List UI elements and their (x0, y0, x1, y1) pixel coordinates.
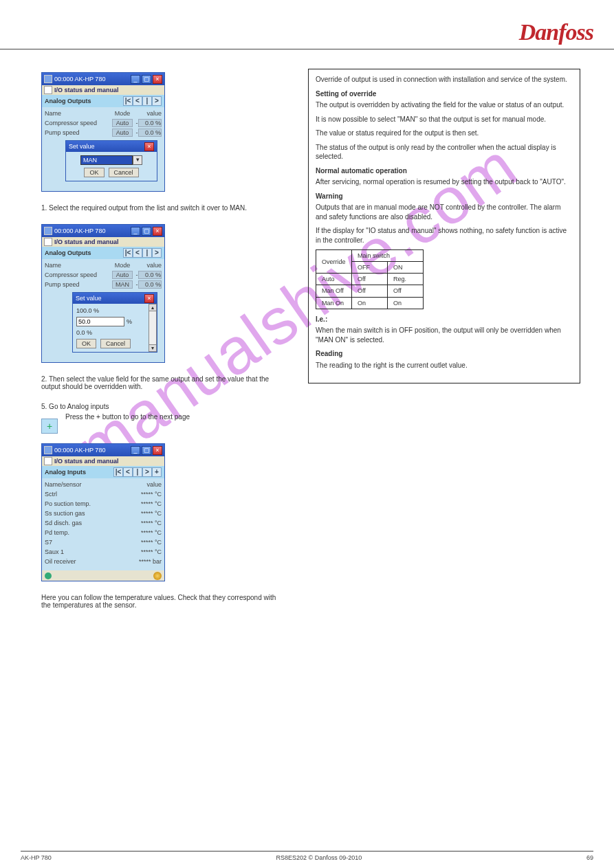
maximize-button[interactable]: ▢ (142, 75, 151, 84)
ok-button[interactable]: OK (84, 168, 104, 177)
row-value[interactable]: 0.0 % (138, 129, 162, 137)
nav-first-button[interactable]: |< (123, 248, 133, 258)
value-scrollbar[interactable]: ▴ ▾ (149, 304, 157, 352)
scroll-down-icon[interactable]: ▾ (149, 344, 157, 352)
status-bar (42, 570, 164, 581)
table-row: Po suction temp.***** °C (45, 499, 162, 509)
lock-icon (44, 457, 52, 465)
row-mode[interactable]: Auto (112, 129, 133, 137)
lock-icon (44, 86, 52, 94)
table-cell: Main switch (352, 250, 424, 262)
caption-3: Here you can follow the temperature valu… (41, 594, 282, 609)
table-cell: ON (388, 262, 424, 274)
table-cell: On (388, 297, 424, 309)
col-name: Name (45, 262, 112, 269)
window-subtitle: I/O status and manual (54, 87, 119, 93)
table-cell: Reg. (388, 274, 424, 285)
table-cell: Off (352, 285, 388, 297)
nav-prev-button[interactable]: < (123, 467, 133, 477)
row-mode[interactable]: Auto (112, 119, 133, 127)
left-column: 00:000 AK-HP 780 _ ▢ × I/O status and ma… (41, 72, 296, 621)
nav-next-button[interactable]: > (152, 248, 162, 258)
info-h2: Normal automatic operation (316, 166, 573, 176)
ok-button[interactable]: OK (76, 339, 96, 348)
set-value-dialog: Set value × 100.0 % % 0.0 % OK Cancel (72, 292, 157, 353)
row-value[interactable]: 0.0 % (138, 119, 162, 127)
lock-icon (44, 238, 52, 246)
col-value: value (138, 481, 162, 488)
panel-title: Analog Inputs (45, 469, 86, 476)
col-name: Name/sensor (45, 481, 138, 488)
page-header: Danfoss (0, 0, 614, 49)
nav-next-button[interactable]: > (152, 96, 162, 106)
panel-header: Analog Outputs |< < | > (42, 95, 164, 107)
table-cell: Man On (316, 297, 352, 309)
combo-value: MAN (80, 155, 133, 165)
output-grid: Name Mode value Compressor speed Auto - … (42, 107, 164, 191)
window-titlebar[interactable]: 00:000 AK-HP 780 _ ▢ × (42, 444, 164, 456)
mode-combo[interactable]: MAN ▾ (80, 155, 142, 165)
nav-first-button[interactable]: |< (123, 96, 133, 106)
minimize-button[interactable]: _ (131, 446, 140, 455)
nav-prev-button[interactable]: < (133, 96, 142, 106)
minimize-button[interactable]: _ (131, 227, 140, 236)
nav-first-button[interactable]: |< (113, 467, 123, 477)
window-subtitle-bar: I/O status and manual (42, 85, 164, 95)
window-titlebar[interactable]: 00:000 AK-HP 780 _ ▢ × (42, 73, 164, 85)
row-value[interactable]: 0.0 % (138, 280, 162, 289)
dialog-titlebar[interactable]: Set value × (73, 293, 157, 304)
col-value: value (138, 110, 162, 117)
dialog-close-button[interactable]: × (144, 294, 154, 303)
step-5-text: Press the + button to go to the next pag… (65, 413, 190, 421)
max-value-label: 100.0 % (76, 307, 99, 314)
row-name: Compressor speed (45, 120, 112, 126)
row-name: Pump speed (45, 129, 112, 136)
nav-next-button[interactable]: > (142, 467, 152, 477)
col-mode: Mode (112, 262, 133, 269)
info-p3: It is now possible to select "MAN" so th… (316, 115, 573, 124)
row-name: Pump speed (45, 281, 112, 288)
table-row: Pump speed MAN - 0.0 % (45, 280, 162, 289)
info-p10: The reading to the right is the current … (316, 361, 573, 370)
cancel-button[interactable]: Cancel (100, 339, 131, 348)
window-subtitle: I/O status and manual (54, 238, 119, 245)
minimize-button[interactable]: _ (131, 75, 140, 84)
dialog-close-button[interactable]: × (144, 142, 154, 151)
cancel-button[interactable]: Cancel (109, 168, 139, 177)
dialog-title: Set value (69, 143, 144, 150)
window-title: 00:000 AK-HP 780 (54, 447, 131, 454)
dialog-titlebar[interactable]: Set value × (66, 141, 157, 152)
info-h3: Warning (316, 192, 573, 201)
chevron-down-icon[interactable]: ▾ (133, 155, 142, 165)
table-cell: Override (316, 250, 352, 274)
info-h1: Setting of override (316, 89, 573, 99)
window-subtitle-bar: I/O status and manual (42, 456, 164, 466)
table-row: Oil receiver***** bar (45, 557, 162, 566)
panel-header: Analog Inputs |< < | > + (42, 466, 164, 478)
close-button[interactable]: × (153, 446, 162, 455)
maximize-button[interactable]: ▢ (142, 446, 151, 455)
window-subtitle-bar: I/O status and manual (42, 237, 164, 247)
col-value: value (138, 262, 162, 269)
table-cell: Auto (316, 274, 352, 285)
info-box: Override of output is used in connection… (308, 69, 580, 383)
caption-1: 1. Select the required output from the l… (41, 204, 282, 212)
close-button[interactable]: × (153, 75, 162, 84)
row-value[interactable]: 0.0 % (138, 271, 162, 279)
scroll-up-icon[interactable]: ▴ (149, 304, 157, 311)
row-mode[interactable]: MAN (112, 280, 133, 289)
table-row: Compressor speed Auto - 0.0 % (45, 118, 162, 128)
table-cell: OFF (352, 262, 388, 274)
nav-prev-button[interactable]: < (133, 248, 142, 258)
maximize-button[interactable]: ▢ (142, 227, 151, 236)
close-button[interactable]: × (153, 227, 162, 236)
info-p2: The output is overridden by activating t… (316, 100, 573, 110)
row-mode[interactable]: Auto (112, 271, 133, 279)
page-footer: AK-HP 780 RS8ES202 © Danfoss 09-2010 69 (21, 851, 593, 861)
system-icon (44, 75, 52, 83)
nav-add-button[interactable]: + (152, 467, 162, 477)
plus-button[interactable]: + (41, 419, 58, 434)
info-p9: When the main switch is in OFF position,… (316, 326, 573, 344)
window-titlebar[interactable]: 00:000 AK-HP 780 _ ▢ × (42, 225, 164, 237)
value-input[interactable] (76, 317, 124, 326)
